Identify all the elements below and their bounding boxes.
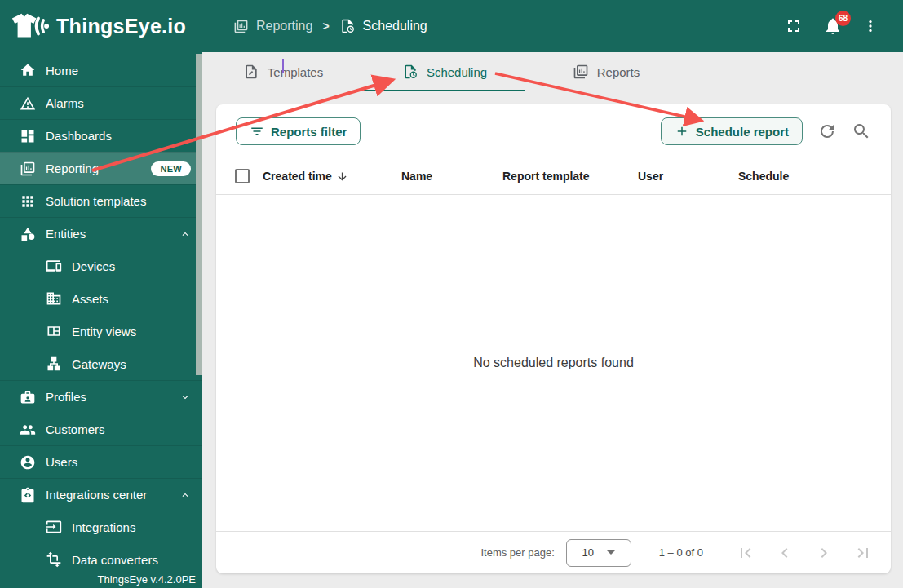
sort-desc-arrow-icon bbox=[336, 170, 348, 183]
sidebar-item-integrations[interactable]: Integrations bbox=[0, 511, 202, 543]
main-content: Templates Scheduling Reports Reports fil… bbox=[202, 52, 903, 588]
schedule-report-button[interactable]: Schedule report bbox=[661, 117, 803, 145]
sidebar-item-label: Profiles bbox=[46, 390, 86, 404]
sidebar-item-label: Users bbox=[46, 455, 77, 469]
building-icon bbox=[46, 290, 62, 307]
sidebar-item-reporting[interactable]: Reporting NEW bbox=[0, 152, 202, 184]
top-bar: ThingsEye.io Reporting > Scheduling 68 bbox=[0, 0, 903, 52]
sidebar-item-label: Dashboards bbox=[46, 129, 112, 143]
pager-buttons bbox=[736, 543, 873, 563]
transform-icon bbox=[46, 551, 62, 568]
reports-filter-button[interactable]: Reports filter bbox=[236, 117, 361, 145]
sidebar: Home Alarms Dashboards Reporting NEW Sol… bbox=[0, 52, 202, 588]
sidebar-item-customers[interactable]: Customers bbox=[0, 413, 202, 445]
sidebar-item-gateways[interactable]: Gateways bbox=[0, 347, 202, 380]
report-chart-icon bbox=[20, 161, 36, 177]
sidebar-item-integrations-center[interactable]: Integrations center bbox=[0, 478, 202, 511]
home-icon bbox=[20, 62, 36, 78]
sidebar-item-label: Devices bbox=[72, 259, 115, 273]
sidebar-item-assets[interactable]: Assets bbox=[0, 282, 202, 315]
sidebar-item-alarms[interactable]: Alarms bbox=[0, 86, 202, 119]
column-label: Schedule bbox=[738, 170, 789, 183]
column-label: Created time bbox=[263, 170, 332, 183]
plus-icon bbox=[675, 124, 689, 139]
topbar-actions: 68 bbox=[784, 16, 903, 36]
document-clock-icon bbox=[339, 18, 356, 34]
sidebar-item-label: Entities bbox=[46, 227, 86, 241]
page-size-value: 10 bbox=[582, 546, 594, 559]
logo-mark-icon bbox=[10, 11, 49, 42]
sidebar-item-label: Gateways bbox=[72, 357, 126, 371]
pagination-range: 1 – 0 of 0 bbox=[659, 546, 703, 559]
chevron-up-icon bbox=[179, 489, 191, 501]
grid-icon bbox=[20, 193, 36, 210]
sidebar-item-label: Solution templates bbox=[46, 194, 146, 208]
report-chart-icon bbox=[573, 64, 589, 80]
document-clock-icon bbox=[402, 64, 418, 80]
column-user[interactable]: User bbox=[638, 170, 738, 183]
column-schedule[interactable]: Schedule bbox=[738, 170, 871, 183]
tab-templates[interactable]: Templates bbox=[202, 52, 364, 91]
fullscreen-icon[interactable] bbox=[784, 16, 803, 36]
first-page-icon[interactable] bbox=[736, 543, 755, 563]
sidebar-item-users[interactable]: Users bbox=[0, 445, 202, 478]
page-size-select[interactable]: 10 bbox=[566, 539, 631, 567]
sidebar-item-entity-views[interactable]: Entity views bbox=[0, 315, 202, 347]
warning-icon bbox=[20, 95, 36, 112]
sidebar-item-label: Customers bbox=[46, 422, 105, 436]
column-label: User bbox=[638, 170, 663, 183]
next-page-icon[interactable] bbox=[814, 543, 834, 563]
tab-scheduling[interactable]: Scheduling bbox=[364, 52, 525, 91]
people-icon bbox=[20, 422, 36, 438]
search-icon[interactable] bbox=[852, 122, 871, 141]
app-version: ThingsEye v.4.2.0PE bbox=[98, 573, 196, 586]
column-created-time[interactable]: Created time bbox=[263, 170, 401, 183]
sidebar-item-entities[interactable]: Entities bbox=[0, 217, 202, 250]
scheduled-reports-card: Reports filter Schedule report bbox=[216, 104, 891, 573]
sidebar-item-data-converters[interactable]: Data converters bbox=[0, 543, 202, 576]
tab-label: Templates bbox=[268, 65, 323, 79]
breadcrumb-separator: > bbox=[322, 20, 329, 33]
sidebar-item-label: Entity views bbox=[72, 325, 136, 338]
chevron-up-icon bbox=[179, 228, 191, 240]
chevron-down-icon bbox=[179, 391, 191, 403]
notifications-bell-icon[interactable]: 68 bbox=[823, 16, 843, 36]
sidebar-item-dashboards[interactable]: Dashboards bbox=[0, 119, 202, 152]
filter-icon bbox=[250, 124, 264, 139]
column-name[interactable]: Name bbox=[401, 170, 502, 183]
sidebar-item-solution-templates[interactable]: Solution templates bbox=[0, 184, 202, 217]
badge-icon bbox=[20, 389, 36, 405]
sidebar-item-label: Data converters bbox=[72, 553, 158, 567]
clipboard-code-icon bbox=[20, 487, 36, 503]
card-toolbar: Reports filter Schedule report bbox=[216, 104, 891, 158]
dashboard-icon bbox=[20, 128, 36, 144]
document-edit-icon bbox=[243, 64, 259, 80]
pagination-bar: Items per page: 10 1 – 0 of 0 bbox=[216, 531, 891, 573]
empty-state-message: No scheduled reports found bbox=[216, 195, 891, 531]
column-report-template[interactable]: Report template bbox=[502, 170, 638, 183]
last-page-icon[interactable] bbox=[853, 543, 873, 563]
select-all-checkbox[interactable] bbox=[235, 169, 250, 183]
new-badge: NEW bbox=[151, 161, 191, 176]
tab-bar: Templates Scheduling Reports bbox=[202, 52, 903, 91]
lan-icon bbox=[46, 356, 62, 372]
sidebar-scrollbar-thumb[interactable] bbox=[196, 54, 202, 375]
sidebar-item-devices[interactable]: Devices bbox=[0, 250, 202, 282]
sidebar-item-label: Integrations bbox=[72, 520, 135, 534]
app-logo[interactable]: ThingsEye.io bbox=[0, 11, 202, 42]
account-circle-icon bbox=[20, 454, 36, 471]
tab-reports[interactable]: Reports bbox=[525, 52, 687, 91]
refresh-icon[interactable] bbox=[817, 122, 837, 141]
column-label: Name bbox=[401, 170, 432, 183]
view-quilt-icon bbox=[46, 323, 62, 339]
report-chart-icon bbox=[233, 19, 249, 34]
more-vert-icon[interactable] bbox=[862, 16, 879, 36]
breadcrumb-current-label: Scheduling bbox=[363, 19, 427, 33]
breadcrumb-reporting[interactable]: Reporting bbox=[233, 19, 312, 34]
previous-page-icon[interactable] bbox=[775, 543, 795, 563]
sidebar-item-home[interactable]: Home bbox=[0, 54, 202, 86]
sidebar-item-profiles[interactable]: Profiles bbox=[0, 380, 202, 413]
toolbar-actions: Schedule report bbox=[661, 117, 871, 145]
reports-filter-label: Reports filter bbox=[271, 125, 347, 139]
table-header-row: Created time Name Report template User S… bbox=[216, 158, 891, 195]
